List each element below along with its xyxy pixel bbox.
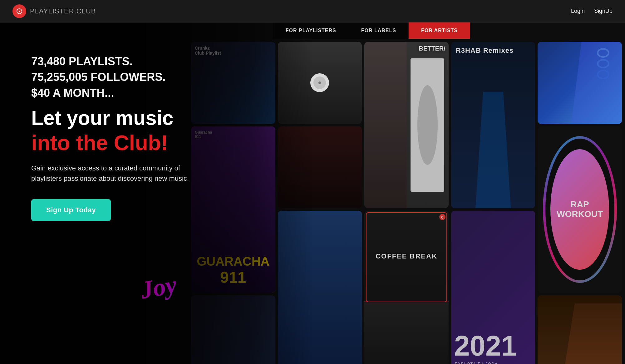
logo-text: PLAYLISTER.CLUB — [30, 7, 96, 15]
hero-content: 73,480 PLAYLISTS. 75,255,005 FOLLOWERS. … — [31, 54, 206, 221]
hero-stats: 73,480 PLAYLISTS. 75,255,005 FOLLOWERS. … — [31, 54, 206, 101]
playlist-card-headphones — [278, 42, 362, 124]
playlist-card-rap: RAPWORKOUT — [538, 126, 622, 293]
playlist-card-coffee: COFFEE BREAK c — [364, 211, 449, 364]
neon-signature: Joy — [138, 270, 179, 305]
hero-description: Gain exclusive access to a curated commu… — [31, 163, 206, 184]
playlist-card-2021: 2021 EXPLOTA TU JODA Listen on Spotify — [451, 211, 535, 364]
rap-workout-text: RAPWORKOUT — [557, 200, 603, 219]
navbar-auth: Login SignUp — [571, 8, 613, 14]
signup-link[interactable]: SignUp — [594, 8, 613, 14]
navbar: PLAYLISTER.CLUB Login SignUp — [0, 0, 625, 22]
logo: PLAYLISTER.CLUB — [12, 4, 96, 18]
hero-title-red: into the Club! — [31, 131, 206, 155]
cta-signup-button[interactable]: Sign Up Today — [31, 199, 111, 221]
hero-title: Let your music — [31, 107, 206, 129]
playlist-grid: CrunkzClub Playlist Guaracha911 GUARACHA… — [188, 39, 625, 364]
playlist-card-better: BETTER/ — [364, 42, 449, 208]
playlist-card-sunglasses — [278, 211, 362, 364]
playlist-card-col1-4 — [191, 295, 275, 364]
stat-price: $40 A MONTH... — [31, 85, 206, 101]
login-link[interactable]: Login — [571, 8, 585, 14]
tab-artists[interactable]: FOR ARTISTS — [409, 22, 470, 39]
stat-playlists: 73,480 PLAYLISTS. — [31, 54, 206, 69]
playlist-card-r3hab: R3HAB Remixes — [451, 42, 535, 208]
tab-playlisters[interactable]: FOR PLAYLISTERS — [273, 22, 349, 39]
playlist-card-anime — [538, 295, 622, 364]
stat-followers: 75,255,005 FOLLOWERS. — [31, 69, 206, 85]
playlist-card-chains — [538, 42, 622, 124]
hero-section: FOR PLAYLISTERS FOR LABELS FOR ARTISTS C… — [0, 22, 625, 364]
tab-labels[interactable]: FOR LABELS — [349, 22, 409, 39]
playlist-card-person2 — [278, 126, 362, 209]
tab-bar: FOR PLAYLISTERS FOR LABELS FOR ARTISTS — [273, 22, 470, 39]
r3hab-figure — [468, 92, 519, 208]
logo-icon — [12, 4, 26, 18]
